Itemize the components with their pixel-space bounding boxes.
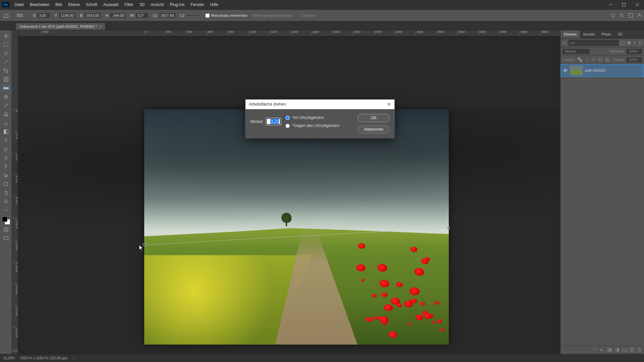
share-icon[interactable]	[637, 13, 642, 18]
horizontal-ruler[interactable]: -100002004006008001000120014001600180020…	[18, 30, 560, 36]
menu-bild[interactable]: Bild	[52, 1, 65, 8]
edit-toolbar-icon[interactable]	[1, 206, 11, 215]
cancel-button[interactable]: Abbrechen	[358, 125, 390, 133]
menu-fenster[interactable]: Fenster	[187, 1, 207, 8]
frame-tool-icon[interactable]	[1, 75, 11, 84]
screenmode-icon[interactable]	[1, 234, 11, 243]
straighten-button[interactable]: Ebene gerade ausrichten	[249, 13, 297, 18]
link-layers-icon[interactable]	[592, 347, 598, 353]
dialog-close-icon[interactable]: ✕	[387, 102, 391, 107]
ok-button[interactable]: OK	[358, 114, 390, 122]
menu-datei[interactable]: Datei	[11, 1, 27, 8]
use-scale-checkbox[interactable]: Messskala verwenden	[205, 13, 248, 18]
filter-type-icon[interactable]: T	[633, 40, 637, 46]
visibility-icon[interactable]	[563, 69, 568, 72]
menu-bearbeiten[interactable]: Bearbeiten	[27, 1, 52, 8]
fg-color[interactable]	[2, 217, 7, 222]
menu-3d[interactable]: 3D	[137, 1, 148, 8]
delete-layer-icon[interactable]	[637, 347, 642, 353]
menu-filter[interactable]: Filter	[121, 1, 137, 8]
search-icon[interactable]	[619, 13, 625, 18]
shape-tool-icon[interactable]	[1, 180, 11, 188]
ruler-handle-end[interactable]	[447, 226, 449, 229]
quickmask-icon[interactable]	[1, 225, 11, 234]
crop-tool-icon[interactable]	[1, 66, 11, 75]
group-icon[interactable]	[622, 347, 627, 353]
cloud-icon[interactable]	[610, 13, 616, 18]
canvas-area[interactable]: -100002004006008001000120014001600180020…	[12, 30, 560, 354]
menu-hilfe[interactable]: Hilfe	[207, 1, 221, 8]
clear-button[interactable]: Löschen	[298, 13, 319, 18]
wand-tool-icon[interactable]	[1, 58, 11, 66]
document-canvas[interactable]	[144, 109, 449, 345]
hand-tool-icon[interactable]	[1, 188, 11, 197]
layer-filter-input[interactable]	[569, 40, 619, 46]
ccw-radio[interactable]: °Gegen den Uhrzeigersinn	[285, 123, 339, 128]
move-tool-icon[interactable]	[1, 32, 11, 40]
path-select-tool-icon[interactable]	[1, 171, 11, 180]
pen-tool-icon[interactable]	[1, 154, 11, 162]
opacity-value[interactable]: 100%	[627, 49, 642, 54]
lock-transparent-icon[interactable]	[577, 57, 582, 62]
zoom-tool-icon[interactable]	[1, 197, 11, 206]
close-tab-icon[interactable]: ×	[100, 25, 102, 28]
menu-schrift[interactable]: Schrift	[83, 1, 100, 8]
h-value[interactable]: -164,00	[110, 13, 125, 18]
marquee-tool-icon[interactable]	[1, 40, 11, 49]
adjustment-icon[interactable]	[614, 347, 620, 353]
type-tool-icon[interactable]: T	[1, 162, 11, 171]
layer-thumbnail[interactable]	[570, 66, 582, 75]
ruler-tool-icon[interactable]	[16, 11, 24, 19]
zoom-level[interactable]: 31,03%	[3, 356, 15, 360]
layer-name[interactable]: path-832031	[585, 68, 606, 72]
heal-tool-icon[interactable]	[1, 93, 11, 101]
menu-auswahl[interactable]: Auswahl	[100, 1, 121, 8]
filter-shape-icon[interactable]	[639, 40, 643, 46]
menu-plugins[interactable]: Plug-ins	[167, 1, 187, 8]
b-value[interactable]: 2923,00	[85, 13, 101, 18]
x-value[interactable]: 3,00	[38, 13, 50, 18]
y-value[interactable]: 1239,00	[59, 13, 75, 18]
angle-input[interactable]	[266, 118, 281, 125]
fx-icon[interactable]: fx	[600, 347, 605, 353]
stamp-tool-icon[interactable]	[1, 110, 11, 119]
fill-value[interactable]: 100%	[627, 57, 642, 62]
ruler-handle-start[interactable]	[143, 243, 146, 246]
dodge-tool-icon[interactable]	[1, 145, 11, 154]
doc-info-chevron-icon[interactable]: 〉	[72, 356, 76, 361]
menu-ansicht[interactable]: Ansicht	[148, 1, 167, 8]
close-button[interactable]	[631, 0, 644, 9]
lock-artboard-icon[interactable]	[598, 57, 602, 62]
minimize-button[interactable]	[604, 0, 617, 9]
blur-tool-icon[interactable]	[1, 136, 11, 145]
new-layer-icon[interactable]	[629, 347, 635, 353]
filter-adjust-icon[interactable]	[627, 40, 631, 46]
maximize-button[interactable]	[617, 0, 631, 9]
cw-radio[interactable]: °Im Uhrzeigersinn	[285, 115, 339, 120]
lock-position-icon[interactable]	[591, 57, 596, 62]
doc-info[interactable]: 2920 Px x 2160 Px (182,88 ppi)	[20, 356, 67, 360]
l1-value[interactable]: 2927,60	[159, 13, 175, 18]
tab-3d[interactable]: 3D	[614, 30, 626, 38]
workspace-icon[interactable]	[628, 13, 633, 18]
lock-all-icon[interactable]	[605, 57, 609, 62]
brush-tool-icon[interactable]	[1, 101, 11, 110]
w-value[interactable]: 3,2°	[136, 13, 148, 18]
blend-mode-select[interactable]: Normal	[562, 49, 589, 54]
eyedropper-ruler-tool-icon[interactable]	[1, 84, 11, 93]
layer-row[interactable]: path-832031	[560, 64, 644, 77]
document-tab[interactable]: Unbenannt-1 bei 31% (path-832031, RGB/8#…	[16, 23, 105, 30]
gradient-tool-icon[interactable]	[1, 127, 11, 136]
l2-value[interactable]	[186, 15, 199, 16]
filter-pixel-icon[interactable]	[621, 40, 625, 46]
filter-search-icon[interactable]	[562, 40, 567, 46]
mask-icon[interactable]	[607, 347, 612, 353]
lasso-tool-icon[interactable]	[1, 49, 11, 58]
menu-ebene[interactable]: Ebene	[65, 1, 83, 8]
tab-kanaele[interactable]: Kanäle	[580, 30, 598, 38]
tab-pfade[interactable]: Pfade	[598, 30, 614, 38]
dialog-titlebar[interactable]: Arbeitsfläche drehen ✕	[246, 100, 394, 109]
color-swatches[interactable]	[1, 216, 11, 225]
eraser-tool-icon[interactable]	[1, 119, 11, 127]
tab-ebenen[interactable]: Ebenen	[560, 30, 580, 38]
